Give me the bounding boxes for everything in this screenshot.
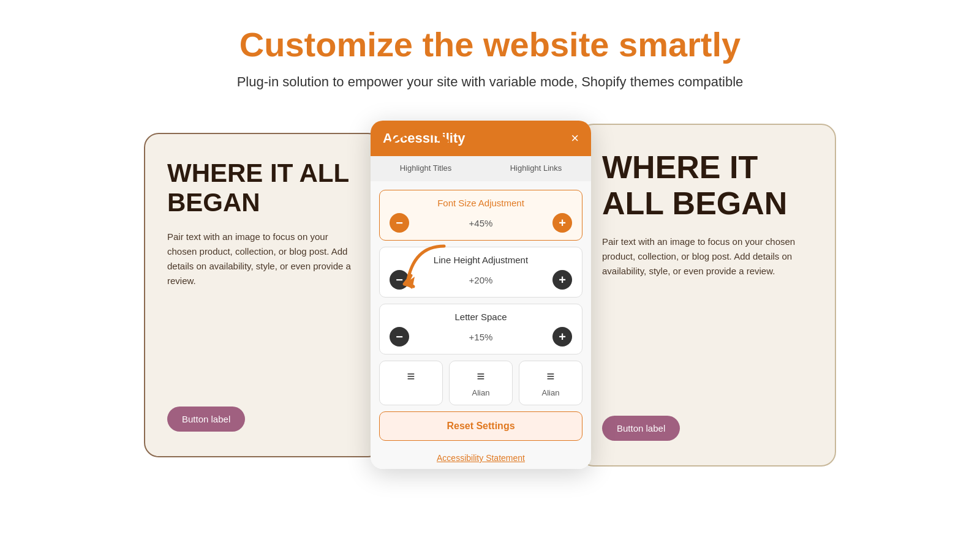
- font-size-controls: − +45% +: [390, 213, 572, 233]
- letter-space-decrease[interactable]: −: [390, 327, 409, 347]
- letter-space-label: Letter Space: [454, 312, 507, 322]
- align-left-box[interactable]: ≡: [379, 361, 443, 405]
- align-row: ≡ ≡ Alian ≡ Alian: [379, 361, 582, 405]
- letter-space-increase[interactable]: +: [552, 327, 572, 347]
- left-card-button[interactable]: Button label: [167, 407, 245, 432]
- right-card-heading: WHERE IT ALL BEGAN: [602, 149, 813, 223]
- page-subtitle: Plug-in solution to empower your site wi…: [237, 74, 744, 90]
- align-right-box[interactable]: ≡ Alian: [519, 361, 582, 405]
- align-center-box[interactable]: ≡ Alian: [449, 361, 513, 405]
- panel-body: Font Size Adjustment − +45% + Line Heigh…: [371, 181, 591, 449]
- font-size-label: Font Size Adjustment: [437, 198, 524, 208]
- arrow-right-icon: [377, 111, 462, 173]
- reset-settings-button[interactable]: Reset Settings: [379, 411, 582, 441]
- page-title: Customize the website smartly: [239, 24, 741, 64]
- align-left-icon: ≡: [407, 369, 415, 384]
- align-right-icon: ≡: [547, 369, 555, 384]
- font-size-decrease[interactable]: −: [390, 213, 409, 233]
- font-size-increase[interactable]: +: [552, 213, 572, 233]
- font-size-value: +45%: [469, 218, 493, 228]
- main-content: WHERE IT ALL BEGAN Pair text with an ima…: [0, 121, 980, 469]
- align-right-label: Alian: [542, 388, 560, 397]
- arrow-left-icon: [377, 234, 456, 307]
- left-card-heading: WHERE IT ALL BEGAN: [167, 159, 360, 218]
- right-card-button[interactable]: Button label: [602, 416, 680, 441]
- left-card-body: Pair text with an image to focus on your…: [167, 230, 360, 288]
- right-card: WHERE IT ALL BEGAN Pair text with an ima…: [579, 124, 836, 467]
- accessibility-statement-link[interactable]: Accessibility Statement: [371, 449, 591, 469]
- right-card-body: Pair text with an image to focus on your…: [602, 234, 813, 279]
- close-button[interactable]: ×: [571, 132, 579, 145]
- align-center-label: Alian: [472, 388, 490, 397]
- font-size-box: Font Size Adjustment − +45% +: [379, 190, 582, 241]
- letter-space-box: Letter Space − +15% +: [379, 304, 582, 354]
- align-center-icon: ≡: [477, 369, 485, 384]
- line-height-increase[interactable]: +: [552, 270, 572, 290]
- letter-space-value: +15%: [469, 332, 493, 342]
- line-height-value: +20%: [469, 275, 493, 285]
- tab-highlight-links[interactable]: Highlight Links: [481, 156, 591, 181]
- letter-space-controls: − +15% +: [390, 327, 572, 347]
- left-card: WHERE IT ALL BEGAN Pair text with an ima…: [144, 133, 383, 457]
